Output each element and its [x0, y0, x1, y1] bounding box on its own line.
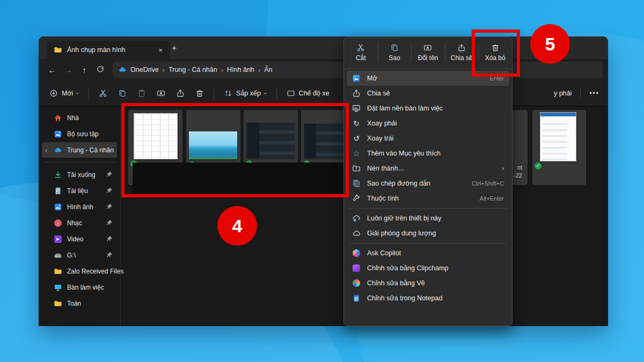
chevron-right-icon[interactable]: › [45, 147, 47, 153]
desktop-icon [54, 283, 62, 292]
quick-action-copy[interactable]: Sao [378, 37, 412, 68]
rotate-right-button-fragment[interactable]: y phải [554, 90, 572, 97]
rename-button[interactable] [152, 86, 170, 101]
sidebar-item[interactable]: Tải xuống [42, 167, 117, 182]
sidebar-item[interactable]: Nhà [42, 110, 117, 125]
menu-item-label: Chỉnh sửa bằng Vẽ [367, 279, 504, 287]
sidebar-item[interactable]: G:\ [42, 247, 117, 263]
menu-item[interactable]: Sao chép đường dẫnCtrl+Shift+C [347, 176, 509, 191]
menu-item[interactable]: ↺Xoay trái [347, 131, 509, 146]
toolbar-divider [214, 87, 214, 99]
new-tab-button[interactable]: + [172, 44, 177, 53]
cut-button[interactable] [94, 86, 112, 101]
onedrive-synced-icon: ✓ [535, 162, 541, 169]
annotation-box-step5 [472, 29, 520, 77]
chevron-down-icon: › [75, 92, 81, 94]
annotation-step5-number: 5 [545, 34, 555, 55]
menu-item-label: Xoay trái [367, 135, 504, 142]
pin-icon [105, 235, 113, 243]
new-button[interactable]: Mới › [45, 86, 83, 101]
sidebar-item[interactable]: ▶Video [42, 231, 117, 247]
context-menu: CắtSaoĐổi tênChia sẻXóa bỏ MởEnterChia s… [343, 36, 513, 326]
copilot-icon [352, 249, 361, 257]
view-button-label: Chế độ xe [299, 90, 330, 97]
sidebar-item[interactable]: Hình ảnh [42, 199, 117, 215]
menu-item[interactable]: ↻Xoay phải [347, 116, 509, 131]
sidebar-item-label: Tải xuống [67, 171, 96, 179]
sidebar-item[interactable]: ♪Nhạc [42, 215, 117, 231]
menu-item-label: Luôn giữ trên thiết bị này [367, 215, 504, 222]
menu-item[interactable]: Giải phóng dung lượng [347, 226, 509, 241]
menu-item[interactable]: ☆Thêm vào Mục yêu thích [347, 146, 509, 161]
see-more-button[interactable]: ••• [589, 90, 599, 97]
tab-close-icon[interactable]: × [156, 46, 165, 54]
rename-icon [423, 43, 432, 52]
breadcrumb-item[interactable]: OneDrive [130, 66, 159, 73]
quick-action-rename[interactable]: Đổi tên [411, 37, 445, 68]
sidebar-item-label: Nhà [67, 114, 79, 122]
menu-item[interactable]: Chia sẻ [347, 86, 509, 101]
menu-item-shortcut: Ctrl+Shift+C [472, 180, 504, 187]
cloud-icon [352, 229, 361, 238]
menu-item[interactable]: Chỉnh sửa bằng Vẽ [347, 276, 509, 291]
menu-item-label: Chỉnh sửa bằng Clipchamp [367, 264, 504, 272]
menu-item[interactable]: Thuộc tínhAlt+Enter [347, 191, 509, 206]
back-button[interactable]: ← [44, 65, 60, 75]
menu-item[interactable]: Luôn giữ trên thiết bị này [347, 211, 509, 226]
menu-divider [349, 208, 507, 209]
menu-item[interactable]: Chỉnh sửa trong Notepad [347, 291, 509, 306]
delete-button[interactable] [191, 86, 208, 101]
sidebar-item[interactable]: Zalo Received Files [42, 263, 117, 279]
up-button[interactable]: ↑ [76, 65, 92, 75]
sidebar-item[interactable]: Toán [42, 295, 117, 311]
share-icon [176, 89, 185, 98]
sort-button[interactable]: Sắp xếp › [219, 86, 271, 101]
menu-item-label: Sao chép đường dẫn [367, 180, 465, 187]
breadcrumb-item[interactable]: Ản [264, 66, 272, 73]
sidebar-item-label: Bộ sưu tập [67, 130, 99, 138]
cut-icon [356, 43, 365, 52]
paste-button[interactable] [133, 86, 150, 101]
annotation-circle-step5: 5 [530, 24, 570, 64]
menu-item[interactable]: Ask Copilot [347, 246, 509, 261]
menu-divider [349, 243, 507, 243]
sidebar-item[interactable]: Bộ sưu tập [42, 126, 117, 142]
share-icon [457, 43, 466, 52]
sidebar-item[interactable]: ›Trung - Cá nhân [42, 142, 117, 158]
menu-item-label: Ask Copilot [367, 249, 504, 257]
properties-wrench-icon [352, 194, 361, 203]
copy-button[interactable] [114, 86, 131, 101]
sort-icon [224, 89, 232, 98]
toolbar-divider [89, 87, 89, 99]
gallery-icon [54, 130, 62, 138]
copy-path-icon [352, 179, 361, 188]
tab-anh-chup-man-hinh[interactable]: Ảnh chụp màn hình × [47, 41, 170, 59]
breadcrumb-item[interactable]: Trung - Cá nhân [169, 66, 217, 73]
breadcrumb-item[interactable]: Hình ảnh [227, 66, 254, 73]
quick-action-label: Cắt [356, 54, 366, 62]
music-icon: ♪ [54, 219, 62, 227]
file-tile-white-window[interactable]: ✓ [532, 110, 586, 185]
share-button[interactable] [172, 86, 189, 101]
forward-button[interactable]: → [60, 65, 76, 75]
menu-item[interactable]: Nén thành...› [347, 161, 509, 176]
address-bar: ← → ↑ OneDrive›Trung - Cá nhân›Hình ảnh›… [39, 59, 608, 80]
command-bar: Mới › Sắp xếp › Chế độ xe y phải [39, 80, 608, 106]
pin-icon [105, 219, 113, 227]
sidebar-item[interactable]: Bàn làm việc [42, 279, 117, 295]
refresh-button[interactable] [92, 65, 108, 75]
menu-item[interactable]: Chỉnh sửa bằng Clipchamp [347, 261, 509, 276]
zip-folder-icon [352, 164, 361, 173]
menu-item[interactable]: Đặt làm nền bàn làm việc [347, 101, 509, 116]
pin-icon [105, 203, 113, 211]
sidebar-item-label: G:\ [67, 252, 76, 259]
sidebar-item-label: Zalo Received Files [67, 268, 123, 275]
new-button-label: Mới [62, 90, 73, 97]
sidebar-item[interactable]: Tài liệu [42, 183, 117, 198]
onedrive-icon [54, 146, 62, 154]
submenu-arrow-icon: › [502, 165, 504, 172]
view-button[interactable]: Chế độ xe [282, 86, 334, 101]
menu-item-shortcut: Alt+Enter [479, 195, 504, 202]
quick-action-cut[interactable]: Cắt [344, 37, 378, 68]
pin-icon [105, 251, 113, 260]
